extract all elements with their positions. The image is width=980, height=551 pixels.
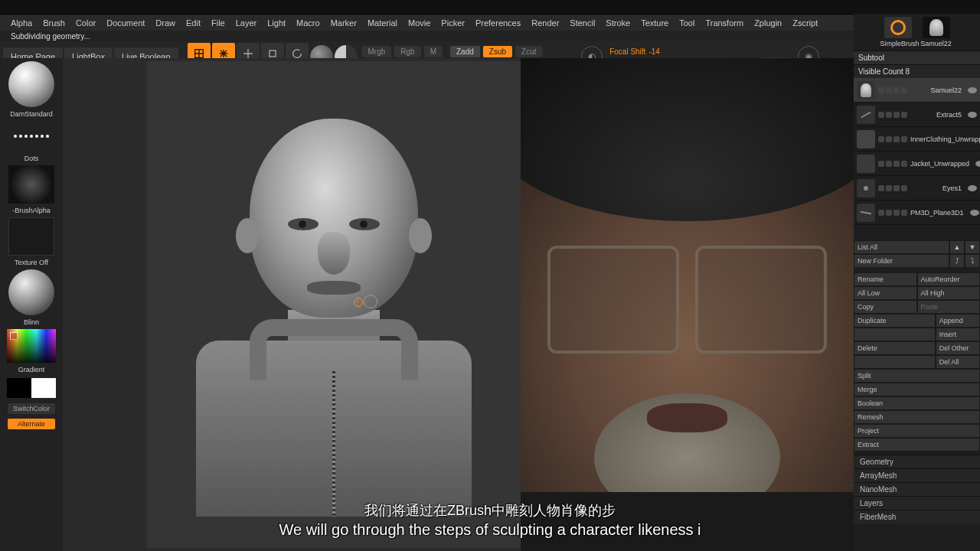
alpha-thumbnail[interactable] (8, 165, 54, 204)
status-message: Subdividing geometry... (0, 31, 980, 41)
accordion-layers[interactable]: Layers (854, 496, 980, 510)
append-button[interactable]: Append (936, 314, 980, 328)
menu-movie[interactable]: Movie (408, 18, 430, 28)
subtool-list: Samuel22 Extract5 InnerClothing_Unwrappe… (854, 78, 980, 225)
color-swatches[interactable] (7, 378, 56, 398)
project-button[interactable]: Project (854, 424, 980, 438)
menu-draw[interactable]: Draw (155, 18, 175, 28)
new-folder-button[interactable]: New Folder (854, 254, 949, 268)
canvas-area (63, 58, 854, 551)
menu-color[interactable]: Color (76, 18, 96, 28)
delete-spacer (854, 355, 936, 369)
visible-count: Visible Count 8 (854, 64, 980, 78)
menu-preferences[interactable]: Preferences (475, 18, 521, 28)
extract-button[interactable]: Extract (854, 438, 980, 452)
menu-render[interactable]: Render (531, 18, 559, 28)
menu-tool[interactable]: Tool (679, 18, 694, 28)
insert-button[interactable]: Insert (936, 328, 980, 341)
subtool-item[interactable]: Jacket_Unwrapped (854, 152, 980, 176)
focal-shift-value: -14 (648, 47, 670, 56)
visibility-icon[interactable] (968, 112, 977, 118)
subtool-item[interactable]: Samuel22 (854, 78, 980, 103)
subtool-item[interactable]: InnerClothing_Unwrapped (854, 127, 980, 152)
list-all-button[interactable]: List All (854, 240, 949, 254)
duplicate-button[interactable]: Duplicate (854, 314, 936, 328)
accordion-fibermesh[interactable]: FiberMesh (854, 510, 980, 523)
subtool-item[interactable]: Eyes1 (854, 176, 980, 201)
menu-marker[interactable]: Marker (331, 18, 357, 28)
menu-stencil[interactable]: Stencil (570, 18, 595, 28)
menu-light[interactable]: Light (267, 18, 286, 28)
merge-button[interactable]: Merge (854, 383, 980, 396)
accordion-nanomesh[interactable]: NanoMesh (854, 482, 980, 496)
focal-shift-label: Focal Shift (609, 47, 645, 56)
stroke-name: Dots (3, 155, 60, 162)
menu-file[interactable]: File (211, 18, 225, 28)
zadd-button[interactable]: Zadd (450, 46, 480, 57)
sculpt-model (196, 119, 472, 532)
paste-button[interactable]: Paste (917, 300, 981, 314)
rgb-button[interactable]: Rgb (394, 46, 420, 57)
visibility-icon[interactable] (968, 87, 977, 93)
delete-button[interactable]: Delete (854, 341, 936, 355)
menu-brush[interactable]: Brush (43, 18, 65, 28)
texture-thumbnail[interactable] (8, 217, 54, 256)
del-all-button[interactable]: Del All (936, 355, 980, 369)
menu-zplugin[interactable]: Zplugin (754, 18, 782, 28)
material-name: Blinn (3, 318, 60, 326)
alternate-button[interactable]: Alternate (8, 419, 55, 429)
autoreorder-button[interactable]: AutoReorder (917, 272, 981, 286)
visibility-icon[interactable] (970, 210, 979, 216)
accordion-arraymesh[interactable]: ArrayMesh (854, 468, 980, 482)
visibility-icon[interactable] (968, 185, 977, 191)
menu-zscript[interactable]: Zscript (792, 18, 818, 28)
m-button[interactable]: M (424, 46, 443, 57)
all-low-button[interactable]: All Low (854, 286, 917, 300)
color-picker[interactable] (7, 329, 56, 363)
svg-rect-1 (270, 51, 276, 57)
menu-stroke[interactable]: Stroke (606, 18, 630, 28)
menu-texture[interactable]: Texture (641, 18, 668, 28)
copy-button[interactable]: Copy (854, 300, 917, 314)
tool-current-model[interactable]: Samuel22 (919, 17, 954, 47)
remesh-button[interactable]: Remesh (854, 410, 980, 424)
mrgb-button[interactable]: Mrgb (362, 46, 392, 57)
3d-viewport[interactable] (147, 61, 521, 548)
split-button[interactable]: Split (854, 369, 980, 383)
menu-transform[interactable]: Transform (705, 18, 743, 28)
zsub-button[interactable]: Zsub (483, 46, 512, 57)
texture-name: Texture Off (3, 259, 60, 266)
menu-material[interactable]: Material (368, 18, 397, 28)
arrow-up-icon[interactable]: ▲ (949, 240, 965, 254)
alpha-name: -BrushAlpha (3, 207, 60, 214)
switch-color-button[interactable]: SwitchColor (8, 403, 55, 414)
menu-layer[interactable]: Layer (236, 18, 257, 28)
brush-thumbnail[interactable] (8, 61, 54, 107)
tool-simplebrush[interactable]: SimpleBrush (880, 17, 916, 47)
visibility-icon[interactable] (975, 161, 980, 167)
material-thumbnail[interactable] (8, 269, 54, 315)
arrow-down-icon[interactable]: ▼ (965, 240, 980, 254)
all-high-button[interactable]: All High (917, 286, 981, 300)
menu-edit[interactable]: Edit (186, 18, 201, 28)
subtool-item[interactable]: PM3D_Plane3D1 (854, 201, 980, 225)
move-up-icon[interactable]: ⤴ (949, 254, 965, 268)
main-menu: Alpha Brush Color Document Draw Edit Fil… (0, 14, 980, 31)
left-sidebar: DamStandard Dots -BrushAlpha Texture Off… (0, 58, 63, 551)
menu-alpha[interactable]: Alpha (11, 18, 32, 28)
move-down-icon[interactable]: ⤵ (965, 254, 980, 268)
brush-name: DamStandard (3, 110, 60, 118)
menu-document[interactable]: Document (106, 18, 145, 28)
accordion-geometry[interactable]: Geometry (854, 455, 980, 468)
subtool-item[interactable]: Extract5 (854, 103, 980, 127)
subtool-header[interactable]: Subtool (854, 51, 980, 64)
rename-button[interactable]: Rename (854, 272, 917, 286)
menu-picker[interactable]: Picker (441, 18, 465, 28)
del-other-button[interactable]: Del Other (936, 341, 980, 355)
zcut-button[interactable]: Zcut (515, 46, 542, 57)
right-sidebar: SimpleBrush Samuel22 Subtool Visible Cou… (854, 14, 980, 551)
menu-macro[interactable]: Macro (296, 18, 320, 28)
stroke-thumbnail[interactable] (8, 121, 54, 152)
gradient-label[interactable]: Gradient (3, 366, 60, 373)
boolean-button[interactable]: Boolean (854, 396, 980, 410)
